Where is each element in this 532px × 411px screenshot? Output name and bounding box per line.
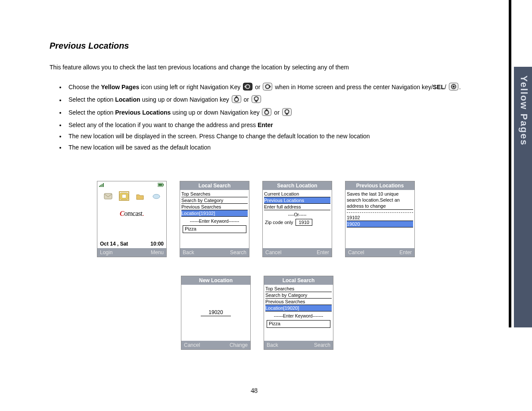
pl-separator (347, 212, 413, 213)
sl-or-hint: ----Or----- (264, 210, 330, 218)
pl-item-selected[interactable]: 19020 (347, 221, 413, 227)
ls1-softbar: Back Search (180, 248, 249, 257)
home-icon-row (97, 189, 166, 202)
step-2: Select the option Location using up or d… (66, 95, 480, 105)
pl-soft-right[interactable]: Enter (399, 249, 412, 255)
pl-title: Previous Locations (345, 181, 414, 190)
home-time: 10:00 (150, 241, 164, 247)
screens-row-1: Comcast. Oct 14 , Sat 10:00 Login Menu L… (97, 181, 415, 257)
pl-body: Saves the last 10 unique search location… (345, 190, 414, 244)
ls1-input[interactable]: Pizza (183, 225, 246, 233)
step-1-bold: Yellow Pages (101, 84, 140, 90)
ls2-soft-left[interactable]: Back (267, 342, 278, 348)
ls1-item-0[interactable]: Top Searches (181, 191, 248, 197)
step-1-text-c: icon using left or right Navigation Key (139, 84, 242, 90)
ls2-title: Local Search (264, 276, 333, 285)
nav-up-icon (232, 95, 241, 105)
ls1-item-selected[interactable]: Location[19102] (181, 210, 248, 217)
side-tab-label: Yellow Pages (514, 75, 529, 146)
svg-rect-28 (104, 193, 112, 199)
home-soft-right[interactable]: Menu (151, 249, 164, 255)
home-status-bar (97, 181, 166, 189)
home-softbar: Login Menu (97, 248, 166, 257)
ls1-body: Top Searches Search by Category Previous… (180, 190, 249, 239)
sl-zip-label: Zip code only (265, 220, 293, 225)
ls2-item-0[interactable]: Top Searches (265, 286, 332, 292)
step-3: Select the option Previous Locations usi… (66, 108, 480, 118)
nl-soft-right[interactable]: Change (230, 342, 248, 348)
nav-down-icon-2 (282, 108, 292, 118)
ls2-softbar: Back Search (264, 341, 333, 349)
step-1-or: or (253, 84, 262, 90)
home-datetime: Oct 14 , Sat 10:00 (97, 241, 166, 248)
pl-soft-left[interactable]: Cancel (348, 249, 364, 255)
step-2-or: or (242, 97, 251, 103)
sl-soft-left[interactable]: Cancel (265, 249, 281, 255)
nl-value[interactable]: 19020 (201, 309, 230, 316)
step-3-c: using up or down Navigation key (171, 109, 261, 116)
step-3-or: or (272, 109, 281, 116)
page-number: 48 (0, 387, 508, 395)
nl-title: New Location (181, 276, 250, 285)
svg-rect-24 (103, 183, 104, 187)
nl-body: 19020 (181, 285, 250, 341)
step-4-bold: Enter (258, 121, 273, 128)
sl-item-selected[interactable]: Previous Locations (264, 197, 330, 204)
ls1-soft-right[interactable]: Search (230, 249, 246, 255)
ls1-item-1[interactable]: Search by Category (181, 197, 248, 204)
ls2-input[interactable]: Pizza (267, 320, 330, 328)
sl-item-2[interactable]: Enter full address (264, 204, 330, 210)
pl-item-0[interactable]: 19102 (347, 215, 413, 221)
nav-center-icon (449, 83, 458, 93)
phone-home-screen: Comcast. Oct 14 , Sat 10:00 Login Menu (97, 181, 167, 257)
step-1-slash: / (445, 84, 446, 90)
ls1-soft-left[interactable]: Back (183, 249, 194, 255)
svg-point-31 (153, 194, 160, 199)
step-1-period: . (459, 84, 461, 90)
ls1-item-2[interactable]: Previous Searches (181, 204, 248, 210)
svg-rect-30 (122, 194, 126, 198)
svg-rect-22 (100, 185, 101, 187)
ls2-item-2[interactable]: Previous Searches (265, 299, 332, 305)
ls2-body: Top Searches Search by Category Previous… (264, 285, 333, 334)
brand-c: C (120, 210, 124, 217)
home-soft-left[interactable]: Login (100, 249, 112, 255)
folder-icon (135, 192, 145, 200)
step-2-c: using up or down Navigation key (140, 97, 231, 103)
ls1-title: Local Search (180, 181, 249, 190)
yellow-pages-icon (119, 192, 129, 200)
phone-new-location: New Location 19020 Cancel Change (181, 276, 251, 350)
step-1-text-d: when in Home screen and press the center… (273, 84, 432, 90)
nav-down-icon (252, 95, 261, 105)
sl-title: Search Location (263, 181, 332, 190)
section-title: Previous Locations (50, 41, 480, 51)
ls1-hint: ------Enter Keyword------- (181, 217, 248, 224)
signal-icon (99, 183, 105, 188)
step-list: Choose the Yellow Pages icon using left … (54, 83, 480, 152)
pl-desc: Saves the last 10 unique search location… (347, 191, 413, 210)
page: Previous Locations This feature allows y… (0, 0, 508, 411)
step-1: Choose the Yellow Pages icon using left … (66, 83, 480, 93)
step-1-text-a: Choose the (68, 84, 101, 90)
nav-up-icon-2 (262, 108, 271, 118)
pl-softbar: Cancel Enter (345, 248, 414, 257)
nav-right-icon (263, 83, 272, 93)
nav-left-icon (243, 83, 252, 93)
nl-softbar: Cancel Change (181, 341, 250, 349)
weather-icon (151, 192, 161, 200)
svg-point-8 (452, 86, 454, 88)
sl-zip-input[interactable]: 1910 (296, 219, 312, 226)
phone-local-search-2: Local Search Top Searches Search by Cate… (264, 276, 333, 350)
ls2-item-1[interactable]: Search by Category (265, 292, 332, 299)
sl-item-0[interactable]: Current Location (264, 191, 330, 197)
step-2-bold: Location (115, 97, 140, 103)
step-1-sel: SEL (433, 84, 445, 90)
mail-icon (103, 192, 113, 200)
step-6: The new location will be saved as the de… (66, 143, 480, 152)
sl-soft-right[interactable]: Enter (317, 249, 329, 255)
nl-soft-left[interactable]: Cancel (184, 342, 200, 348)
ls2-item-selected[interactable]: Location[19020] (265, 305, 332, 311)
phone-local-search-1: Local Search Top Searches Search by Cate… (180, 181, 249, 257)
ls2-soft-right[interactable]: Search (314, 342, 330, 348)
step-4-a: Select any of the location if you want t… (68, 121, 258, 128)
